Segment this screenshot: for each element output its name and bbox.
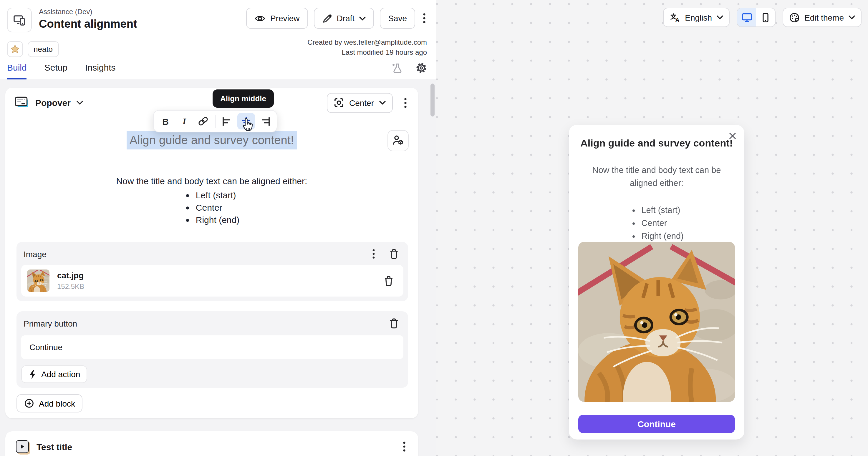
popover-icon <box>15 97 29 109</box>
svg-text:A: A <box>675 17 679 23</box>
video-play-icon <box>16 440 29 453</box>
preview-cat-image <box>578 242 735 402</box>
status-label: Draft <box>337 13 354 23</box>
status-dropdown[interactable]: Draft <box>314 8 374 29</box>
button-block-trash-icon[interactable] <box>387 317 401 330</box>
palette-icon <box>789 12 800 23</box>
page-title: Content alignment <box>39 18 137 31</box>
file-size: 152.5KB <box>57 283 84 291</box>
guide-body-text[interactable]: Now the title and body text can be align… <box>5 176 418 186</box>
file-trash-icon[interactable] <box>381 274 398 287</box>
language-dropdown[interactable]: A English <box>663 8 730 27</box>
device-toggle <box>737 8 776 27</box>
chevron-down-icon <box>379 101 386 105</box>
align-middle-button[interactable] <box>237 113 255 129</box>
italic-button[interactable]: I <box>176 113 193 129</box>
file-name: cat.jpg <box>57 271 84 280</box>
preview-bullet-item: Right (end) <box>641 229 683 242</box>
block-type-chevron-icon[interactable] <box>75 99 85 106</box>
align-left-button[interactable] <box>218 113 236 129</box>
align-left-icon <box>222 117 232 126</box>
edit-theme-dropdown[interactable]: Edit theme <box>783 8 862 27</box>
preview-continue-button[interactable]: Continue <box>578 415 735 433</box>
lightning-bolt-icon <box>28 369 36 379</box>
image-block-trash-icon[interactable] <box>387 247 401 261</box>
devices-icon <box>12 13 27 27</box>
builder-header: Assistance (Dev) Content alignment Previ… <box>0 0 436 80</box>
popover-block-card: Popover <box>5 88 418 418</box>
position-dropdown[interactable]: Center <box>327 93 393 113</box>
guide-type-logo <box>7 8 32 32</box>
star-icon <box>10 44 20 54</box>
add-block-label: Add block <box>39 399 75 408</box>
position-value: Center <box>349 98 374 107</box>
tab-insights[interactable]: Insights <box>85 62 116 79</box>
preview-title: Align guide and survey content! <box>578 138 735 150</box>
preview-label: Preview <box>270 13 300 23</box>
bullet-item: Left (start) <box>196 189 239 201</box>
bullet-item: Center <box>196 201 239 214</box>
person-box-icon <box>392 135 404 146</box>
image-block-label: Image <box>24 249 46 259</box>
preview-button[interactable]: Preview <box>246 8 308 29</box>
gear-icon[interactable] <box>414 61 429 75</box>
mobile-view-button[interactable] <box>756 8 775 27</box>
preview-bullet-item: Left (start) <box>641 203 683 217</box>
tag-chip[interactable]: neato <box>28 41 59 57</box>
align-right-icon <box>260 117 270 126</box>
scrollbar-thumb[interactable] <box>431 84 435 117</box>
experiment-flask-icon[interactable] <box>389 61 404 75</box>
builder-panel: Assistance (Dev) Content alignment Previ… <box>0 0 436 456</box>
close-icon[interactable] <box>729 132 736 139</box>
preview-bullet-item: Center <box>641 217 683 229</box>
preview-bullet-list: Left (start) Center Right (end) <box>578 203 735 242</box>
link-button[interactable] <box>194 113 212 129</box>
personalize-button[interactable] <box>388 130 409 151</box>
tag-label: neato <box>34 45 53 54</box>
builder-canvas: Popover <box>0 80 436 456</box>
next-step-kebab-menu[interactable] <box>401 440 407 453</box>
eye-icon <box>254 13 266 24</box>
link-icon <box>198 116 209 127</box>
tab-setup[interactable]: Setup <box>44 62 67 79</box>
image-file-row[interactable]: cat.jpg 152.5KB <box>21 265 403 297</box>
phone-icon <box>760 12 771 23</box>
pencil-icon <box>322 13 332 23</box>
created-by: Created by wes.feller@amplitude.com <box>307 38 427 48</box>
image-kebab-menu[interactable] <box>370 248 377 260</box>
guide-heading-editable[interactable]: Align guide and survey content! <box>127 131 297 150</box>
save-button[interactable]: Save <box>380 8 415 29</box>
add-action-label: Add action <box>41 369 80 379</box>
popover-preview: Align guide and survey content! Now the … <box>569 125 744 439</box>
tab-bar: Build Setup Insights <box>0 61 436 80</box>
chevron-down-icon <box>848 15 855 20</box>
primary-button-block: Primary button Continue <box>17 311 408 388</box>
image-thumbnail <box>27 269 50 292</box>
tab-build[interactable]: Build <box>7 62 27 79</box>
monitor-icon <box>741 12 752 23</box>
button-text-input[interactable]: Continue <box>21 335 403 359</box>
favorite-button[interactable] <box>7 41 23 57</box>
text-format-toolbar: B I <box>153 110 277 132</box>
edit-theme-label: Edit theme <box>804 13 844 22</box>
bold-button[interactable]: B <box>157 113 174 129</box>
app-label: Assistance (Dev) <box>39 8 137 16</box>
preview-body-text: Now the title and body text can be align… <box>587 164 727 190</box>
position-icon <box>334 98 344 108</box>
app-root: Assistance (Dev) Content alignment Previ… <box>0 0 868 456</box>
header-kebab-menu[interactable] <box>421 12 428 25</box>
meta-info: Created by wes.feller@amplitude.com Last… <box>307 38 427 58</box>
toolbar-divider <box>215 115 216 128</box>
add-block-button[interactable]: Add block <box>17 394 83 413</box>
add-action-button[interactable]: Add action <box>21 365 87 383</box>
align-right-button[interactable] <box>256 113 274 129</box>
block-kebab-menu[interactable] <box>402 96 409 109</box>
chevron-down-icon <box>359 16 366 20</box>
desktop-view-button[interactable] <box>737 8 756 27</box>
language-value: English <box>685 13 712 22</box>
align-middle-tooltip: Align middle <box>213 90 274 108</box>
guide-bullet-list[interactable]: Left (start) Center Right (end) <box>5 189 418 226</box>
preview-panel: A English <box>436 0 868 456</box>
primary-button-label: Primary button <box>24 319 77 328</box>
next-step-card: Test title <box>5 431 418 456</box>
